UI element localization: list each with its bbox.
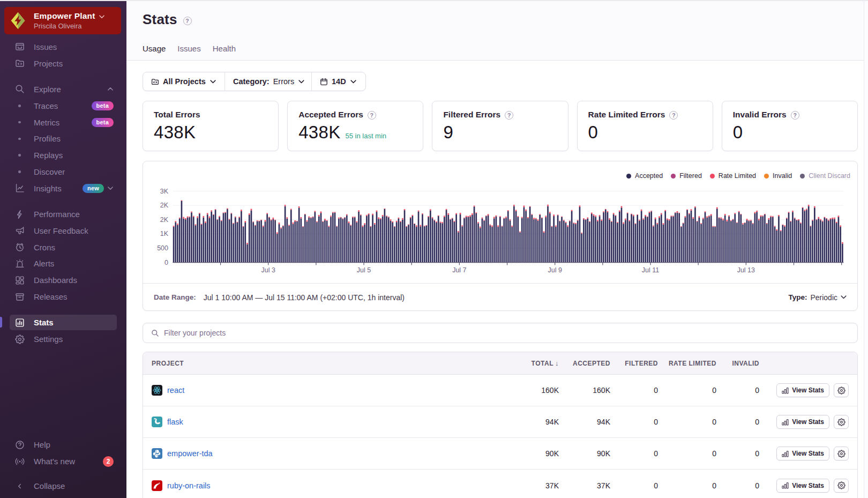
table-row-empower-tda: empower-tda90K90K000View Stats [143,438,857,470]
col-project[interactable]: PROJECT [143,360,507,367]
col-invalid[interactable]: INVALID [716,360,759,367]
filtered-cell: 0 [610,449,658,458]
sidebar-item-label: Insights [34,184,62,193]
sidebar-item-crons[interactable]: Crons [0,239,126,256]
sidebar-item-releases[interactable]: Releases [0,288,126,305]
tab-issues[interactable]: Issues [177,44,200,60]
project-cell: flask [143,417,507,427]
col-total-label: TOTAL [532,360,553,367]
view-stats-button[interactable]: View Stats [776,383,829,397]
sidebar-collapse-button[interactable]: Collapse [0,478,126,494]
sidebar-item-replays[interactable]: Replays [0,147,126,163]
sidebar-item-alerts[interactable]: Alerts [0,256,126,272]
row-actions: View Stats [759,415,857,429]
project-settings-button[interactable] [834,479,849,493]
page-header: Stats ? UsageIssuesHealth [126,0,868,61]
sidebar-item-help[interactable]: Help [0,436,126,453]
sidebar-item-explore[interactable]: Explore [0,81,126,98]
card-title: Filtered Errors? [443,110,557,120]
chart-type-dropdown[interactable]: Type: Periodic [788,293,847,302]
tab-usage[interactable]: Usage [143,44,166,60]
sidebar-item-label: Explore [34,85,61,94]
org-switcher[interactable]: Empower Plant Priscila Oliveira [4,7,121,34]
org-logo [10,11,27,31]
gear-icon [837,481,845,489]
help-icon[interactable]: ? [791,111,799,120]
page-help-icon[interactable]: ? [183,17,192,25]
project-search-input[interactable] [164,329,851,337]
sidebar-item-issues[interactable]: Issues [0,39,126,55]
project-settings-button[interactable] [834,415,849,429]
tab-health[interactable]: Health [213,44,236,60]
active-item-accent [0,317,2,328]
sidebar-item-traces[interactable]: Tracesbeta [0,98,126,114]
org-info: Empower Plant Priscila Oliveira [34,11,104,30]
view-stats-button[interactable]: View Stats [776,415,829,429]
sidebar-item-settings[interactable]: Settings [0,331,126,347]
sidebar-item-label: Replays [34,151,63,160]
project-settings-button[interactable] [834,383,849,397]
help-icon[interactable]: ? [505,111,513,120]
page-body: All Projects Category: Errors 14D Total … [126,61,868,498]
chart-type-value: Periodic [810,293,837,302]
view-stats-button[interactable]: View Stats [776,479,829,493]
svg-text:3K: 3K [160,188,169,195]
row-actions: View Stats [759,383,857,397]
sidebar-item-whats-new[interactable]: What's new2 [0,453,126,470]
category-label: Category: [233,77,270,86]
bar-chart-icon [782,419,789,426]
project-link[interactable]: ruby-on-rails [167,481,211,490]
performance-icon [14,209,25,219]
settings-icon [14,334,25,344]
sidebar-item-label: What's new [34,457,75,466]
rails-project-icon [152,480,162,491]
filtered-cell: 0 [610,418,658,426]
project-link[interactable]: react [167,386,184,395]
date-range-dropdown[interactable]: 14D [311,72,365,91]
flask-project-icon [152,417,162,427]
sidebar-item-label: Help [34,440,50,449]
gear-icon [837,386,845,395]
sidebar-item-projects[interactable]: Projects [0,55,126,72]
chevron-down-icon [99,15,104,19]
org-name: Empower Plant [34,11,104,21]
svg-text:Jul 13: Jul 13 [737,266,755,274]
sidebar-item-insights[interactable]: Insightsnew [0,180,126,197]
col-rate-limited[interactable]: RATE LIMITED [658,360,716,367]
sidebar-footer-gap [0,470,126,478]
sidebar-item-performance[interactable]: Performance [0,206,126,222]
project-search [143,323,858,343]
svg-text:0: 0 [164,259,168,266]
window-top-edge [0,0,868,1]
invalid-cell: 0 [716,386,759,395]
usage-chart[interactable]: 05001K2K2K3KJul 3Jul 5Jul 7Jul 9Jul 11Ju… [143,161,857,283]
project-link[interactable]: empower-tda [167,449,213,458]
sidebar-item-discover[interactable]: Discover [0,163,126,180]
help-icon[interactable]: ? [368,111,376,120]
card-value: 9 [443,122,453,143]
help-icon[interactable]: ? [669,111,678,120]
view-stats-button[interactable]: View Stats [776,447,829,460]
sidebar-item-dashboards[interactable]: Dashboards [0,272,126,288]
sidebar-item-label: Performance [34,210,80,219]
category-filter-dropdown[interactable]: Category: Errors [225,72,311,91]
sidebar-item-metrics[interactable]: Metricsbeta [0,114,126,131]
card-value: 0 [733,122,743,143]
project-link[interactable]: flask [167,418,183,426]
total-cell: 160K [507,386,559,395]
svg-text:Jul 11: Jul 11 [642,266,659,274]
col-total[interactable]: TOTAL↓ [507,359,559,367]
bullet-icon [14,138,25,140]
score-cards: Total Errors438KAccepted Errors?438K55 i… [143,101,858,151]
col-accepted[interactable]: ACCEPTED [559,360,610,367]
sidebar: Empower Plant Priscila Oliveira IssuesPr… [0,0,126,498]
card-filtered-errors: Filtered Errors?9 [432,101,568,151]
project-filter-dropdown[interactable]: All Projects [143,72,225,91]
project-cell: empower-tda [143,448,507,459]
sidebar-item-stats[interactable]: Stats [0,314,126,331]
sidebar-item-profiles[interactable]: Profiles [0,130,126,147]
scrollbar-gutter[interactable] [864,1,868,498]
project-settings-button[interactable] [834,447,849,460]
sidebar-item-user-feedback[interactable]: User Feedback [0,222,126,239]
col-filtered[interactable]: FILTERED [610,360,658,367]
